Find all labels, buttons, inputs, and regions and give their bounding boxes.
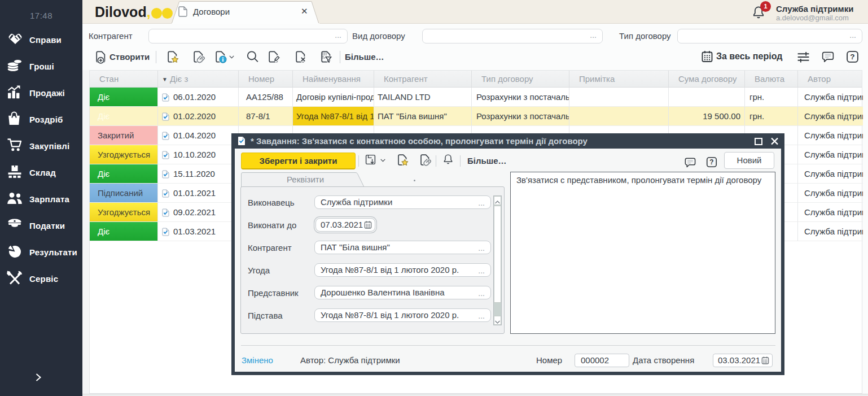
svg-text:?: ? (709, 158, 713, 166)
svg-text:?: ? (850, 53, 854, 61)
